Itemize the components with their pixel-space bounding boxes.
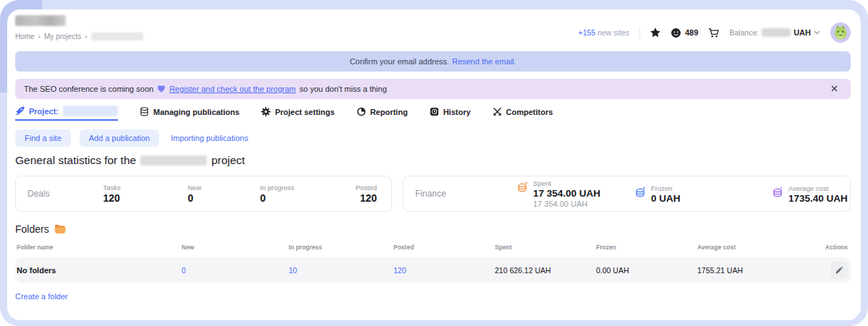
tab-managing-label: Managing publications <box>153 108 239 116</box>
page-title-project-redacted <box>140 155 207 166</box>
col-header-folder-name: Folder name <box>15 244 182 251</box>
row-in-progress-link[interactable]: 10 <box>289 266 297 275</box>
tab-reporting[interactable]: Reporting <box>357 107 408 119</box>
edit-folder-button[interactable] <box>830 262 848 279</box>
seo-banner-text-after: so you don't miss a thing <box>299 85 387 93</box>
row-folder-name: No folders <box>15 266 182 275</box>
breadcrumb-home[interactable]: Home <box>15 33 35 40</box>
finance-card-title: Finance <box>415 189 516 199</box>
project-name-redacted <box>63 106 118 116</box>
stat-value: 17 354.00 UAH <box>533 188 600 199</box>
main-window: Home › My projects › +155 new sites <box>7 9 861 320</box>
banner-close-button[interactable] <box>831 85 838 93</box>
new-sites-indicator[interactable]: +155 new sites <box>579 28 629 37</box>
app-background: Home › My projects › +155 new sites <box>0 0 868 326</box>
deals-stat-tasks: Tasks 120 <box>103 184 187 204</box>
header-right: +155 new sites 489 Balance: UAH <box>579 22 851 43</box>
seo-register-link[interactable]: Register and check out the program <box>169 85 296 93</box>
col-header-posted: Posted <box>393 244 495 251</box>
stat-value: 0 <box>260 192 355 204</box>
actions-row: Find a site Add a publication Importing … <box>15 129 851 147</box>
deals-stat-posted: Posted 120 <box>355 184 391 204</box>
seo-conference-banner: The SEO conference is coming soon Regist… <box>15 79 851 99</box>
row-frozen: 0.00 UAH <box>596 266 697 275</box>
stat-cards: Deals Tasks 120 New 0 In progress 0 <box>15 176 851 212</box>
deals-card: Deals Tasks 120 New 0 In progress 0 <box>15 176 392 212</box>
row-spent: 210 626.12 UAH <box>495 266 596 275</box>
breadcrumb-separator: › <box>38 33 41 40</box>
folder-icon <box>54 224 66 234</box>
frozen-stat: Frozen 0 UAH <box>651 184 681 204</box>
finance-stat-frozen: Frozen 0 UAH <box>634 184 772 204</box>
heart-icon <box>157 85 166 93</box>
tab-project[interactable]: Project: <box>15 106 118 121</box>
project-nav-tabs: Project: Managing publications Project s… <box>15 106 851 121</box>
coins-orange-icon <box>516 181 528 208</box>
balance-amount-redacted <box>762 28 791 37</box>
tab-managing-publications[interactable]: Managing publications <box>140 107 239 119</box>
cart-button[interactable] <box>708 27 719 38</box>
breadcrumb-my-projects[interactable]: My projects <box>44 33 81 40</box>
average-cost-stat: Average cost 1735.40 UAH <box>788 184 848 204</box>
stat-label: In progress <box>260 184 355 192</box>
folders-title: Folders <box>15 223 49 235</box>
tab-competitors[interactable]: Competitors <box>493 107 553 119</box>
coins-purple-icon <box>772 186 783 204</box>
row-posted-link[interactable]: 120 <box>393 266 407 275</box>
stat-secondary-value: 17 354.00 UAH <box>533 200 600 208</box>
crossed-swords-icon <box>493 107 502 116</box>
coins-counter[interactable]: 489 <box>671 27 698 38</box>
close-icon <box>831 85 838 92</box>
row-new-cell: 0 <box>182 266 289 275</box>
header-divider <box>639 27 640 38</box>
breadcrumb: Home › My projects › <box>15 33 143 40</box>
coins-count: 489 <box>685 28 698 37</box>
tab-history[interactable]: History <box>430 107 471 119</box>
row-posted-cell: 120 <box>393 266 495 275</box>
logo-redacted <box>15 15 66 26</box>
stat-label: Tasks <box>103 184 187 192</box>
seo-banner-text-before: The SEO conference is coming soon <box>24 85 153 93</box>
create-folder-link[interactable]: Create a folder <box>15 292 68 301</box>
table-row: No folders 0 10 120 210 626.12 UAH 0.00 … <box>15 257 851 283</box>
pencil-icon <box>835 266 843 274</box>
col-header-frozen: Frozen <box>596 244 697 251</box>
balance-currency: UAH <box>793 28 811 37</box>
row-new-link[interactable]: 0 <box>182 266 186 275</box>
balance-dropdown[interactable]: Balance: UAH <box>729 28 820 37</box>
finance-stat-spent: Spent 17 354.00 UAH 17 354.00 UAH <box>516 179 634 208</box>
add-publication-button[interactable]: Add a publication <box>80 129 159 147</box>
deals-stats: Tasks 120 New 0 In progress 0 Posted 120 <box>103 184 391 204</box>
header-left: Home › My projects › <box>15 15 143 40</box>
col-header-average-cost: Average cost <box>697 244 807 251</box>
breadcrumb-separator: › <box>85 33 87 40</box>
tab-settings-label: Project settings <box>275 108 335 116</box>
deals-card-title: Deals <box>27 189 103 199</box>
stat-label: Average cost <box>788 184 848 192</box>
row-actions-cell <box>807 262 851 279</box>
stat-value: 120 <box>103 192 187 204</box>
user-avatar[interactable] <box>830 22 851 43</box>
page-title-suffix: project <box>211 154 245 167</box>
col-header-in-progress: In progress <box>289 244 393 251</box>
tab-history-label: History <box>443 108 471 116</box>
folders-heading: Folders <box>15 223 851 235</box>
tab-project-settings[interactable]: Project settings <box>261 107 335 119</box>
star-icon <box>650 27 660 38</box>
favorites-button[interactable] <box>650 27 660 38</box>
import-publications-button[interactable]: Importing publications <box>168 129 251 147</box>
col-header-spent: Spent <box>495 244 596 251</box>
gear-icon <box>261 107 271 116</box>
col-header-new: New <box>182 244 289 251</box>
email-confirm-banner: Confirm your email address. Resend the e… <box>15 51 851 72</box>
page-title-prefix: General statistics for the <box>15 154 136 167</box>
resend-email-link[interactable]: Resend the email. <box>452 57 516 66</box>
finance-card: Finance Spent 17 354.00 UAH 17 354.00 UA… <box>403 176 851 212</box>
stat-label: Posted <box>355 184 377 192</box>
find-site-button[interactable]: Find a site <box>15 129 71 147</box>
stat-value: 120 <box>355 192 377 204</box>
folders-table-header: Folder name New In progress Posted Spent… <box>15 244 851 251</box>
email-confirm-text: Confirm your email address. <box>349 57 449 66</box>
deals-stat-new: New 0 <box>187 184 260 204</box>
stat-label: Frozen <box>651 184 681 192</box>
